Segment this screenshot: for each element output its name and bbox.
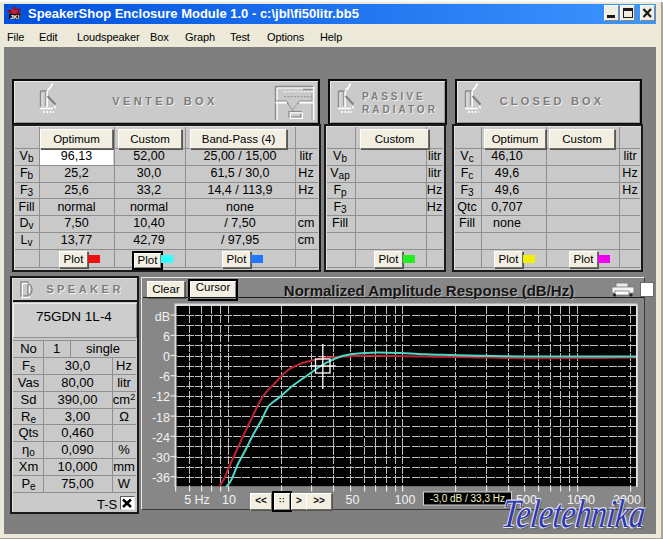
svg-text:50: 50 bbox=[346, 493, 360, 507]
svg-text:5 Hz: 5 Hz bbox=[184, 493, 210, 507]
svg-text:-36: -36 bbox=[152, 471, 170, 485]
svg-text:6: 6 bbox=[163, 330, 170, 344]
svg-text:-6: -6 bbox=[159, 370, 170, 384]
svg-text:10: 10 bbox=[222, 493, 236, 507]
svg-text:-18: -18 bbox=[152, 411, 170, 425]
svg-text:-12: -12 bbox=[152, 390, 170, 404]
svg-text:-30: -30 bbox=[152, 451, 170, 465]
svg-text:-24: -24 bbox=[152, 431, 170, 445]
svg-text:100: 100 bbox=[395, 493, 416, 507]
svg-text:-3,0 dB / 33,3 Hz: -3,0 dB / 33,3 Hz bbox=[430, 493, 505, 504]
svg-text:JKI: JKI bbox=[10, 14, 20, 20]
svg-text:dB: dB bbox=[155, 310, 170, 324]
svg-text:0: 0 bbox=[163, 350, 170, 364]
